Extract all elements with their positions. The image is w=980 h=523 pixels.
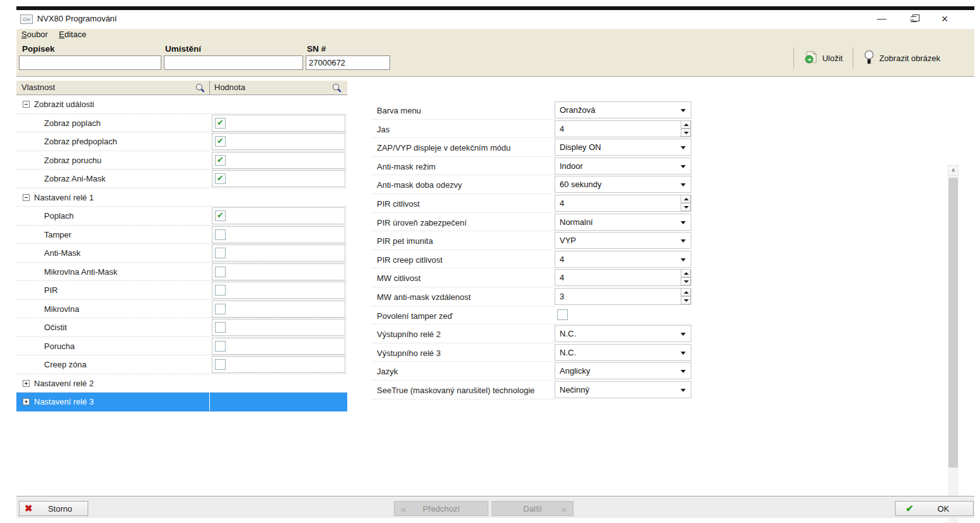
checkbox[interactable] [215, 341, 226, 352]
checkbox[interactable] [215, 136, 226, 147]
maximize-button[interactable] [905, 12, 924, 27]
cancel-button[interactable]: ✖ Storno [19, 501, 88, 516]
spinner-field[interactable]: 3 [555, 288, 691, 305]
tree-row[interactable]: Porucha [16, 337, 347, 356]
column-header-hodnota[interactable]: Hodnota [214, 83, 245, 92]
sn-field[interactable] [306, 55, 390, 70]
spinner-up-icon[interactable] [681, 269, 691, 277]
dropdown-select[interactable]: Indoor [555, 158, 691, 175]
tree-row[interactable]: Zobrazit události [16, 95, 347, 114]
checkbox[interactable] [215, 267, 226, 277]
spinner-up-icon[interactable] [681, 195, 691, 203]
tree-row[interactable]: Anti-Mask [16, 244, 347, 263]
spinner-field[interactable]: 4 [555, 195, 691, 212]
tree-row[interactable]: PIR [16, 281, 347, 300]
tree-row[interactable]: Creep zóna [16, 355, 347, 374]
scroll-up-icon[interactable]: ∧ [948, 165, 959, 176]
spinner-down-icon[interactable] [681, 129, 691, 137]
chevron-down-icon[interactable] [681, 333, 686, 336]
dropdown-select[interactable]: Displey ON [555, 139, 691, 156]
tree-row[interactable]: Zobraz Ani-Mask [16, 170, 347, 188]
collapse-minus-icon[interactable] [23, 194, 30, 201]
dropdown-select[interactable]: 4 [555, 251, 691, 268]
menu-editace[interactable]: Editace [59, 29, 86, 40]
spinner-up-icon[interactable] [681, 120, 691, 129]
tree-row[interactable]: Zobraz poruchu [16, 151, 347, 170]
collapse-minus-icon[interactable] [23, 101, 30, 108]
tree-row[interactable]: Nastavení relé 1 [16, 188, 347, 207]
tree-row[interactable]: Poplach [16, 207, 347, 226]
chevron-down-icon[interactable] [681, 389, 686, 392]
tree-row[interactable]: Nastavení relé 2 [16, 374, 347, 393]
dropdown-select[interactable]: Oranžová [555, 101, 691, 118]
tree-row[interactable]: Mikrovlna Anti-Mask [16, 263, 347, 282]
checkbox[interactable] [215, 322, 226, 333]
chevron-down-icon[interactable] [681, 352, 686, 355]
checkbox[interactable] [215, 173, 226, 184]
settings-label: MW anti-mask vzdálenost [377, 292, 555, 302]
umisteni-field[interactable] [164, 55, 303, 70]
spinner-up-icon[interactable] [681, 288, 691, 296]
spinner-down-icon[interactable] [681, 277, 691, 285]
checkbox[interactable] [215, 304, 226, 314]
control-value: Normalní [560, 217, 593, 227]
spinner-down-icon[interactable] [681, 203, 691, 211]
search-icon[interactable] [195, 83, 205, 95]
ok-button[interactable]: ✔ OK [895, 501, 974, 516]
dropdown-select[interactable]: Normalní [555, 214, 691, 231]
scrollbar-thumb[interactable] [948, 178, 958, 468]
expand-plus-icon[interactable] [23, 380, 30, 387]
checkbox[interactable] [557, 309, 568, 320]
dropdown-select[interactable]: VYP [555, 232, 691, 249]
up-triangle [684, 272, 689, 275]
next-button[interactable]: » Další » [492, 501, 574, 516]
chevron-down-icon[interactable] [681, 109, 686, 112]
close-button[interactable]: × [935, 12, 954, 27]
checkbox[interactable] [215, 285, 226, 296]
checkbox[interactable] [215, 118, 226, 129]
show-image-button[interactable]: Zobrazit obrázek [860, 47, 944, 69]
up-triangle [684, 124, 689, 126]
previous-button[interactable]: « Předchozí « [394, 501, 488, 516]
column-header-vlastnost[interactable]: Vlastnost [21, 83, 55, 92]
spinner-field[interactable]: 4 [555, 269, 691, 286]
chevron-down-icon[interactable] [681, 183, 686, 187]
checkbox[interactable] [215, 229, 226, 240]
dropdown-select[interactable]: 60 sekundy [555, 176, 691, 193]
settings-label: Výstupního relé 3 [377, 348, 555, 358]
chevron-down-icon[interactable] [681, 239, 686, 243]
dropdown-select[interactable]: N.C. [555, 344, 691, 361]
checkbox[interactable] [215, 155, 226, 166]
spinner-buttons [681, 195, 691, 212]
dropdown-select[interactable]: Nečinný [555, 381, 691, 398]
settings-label: Anti-mask doba odezvy [377, 180, 555, 190]
vertical-scrollbar[interactable]: ∧ ∨ [948, 165, 959, 523]
expand-plus-icon[interactable] [23, 398, 30, 405]
control-value: 4 [560, 124, 564, 134]
tree-row[interactable]: Očistit [16, 318, 347, 337]
tree-row[interactable]: Nastavení relé 3 [16, 393, 347, 411]
tree-row[interactable]: Mikrovlna [16, 300, 347, 319]
checkbox[interactable] [215, 248, 226, 258]
menu-soubor[interactable]: Soubor [21, 29, 48, 40]
checkbox[interactable] [215, 359, 226, 370]
settings-row: PIR pet imunitaVYP [372, 231, 691, 250]
chevron-down-icon[interactable] [681, 258, 686, 262]
popisek-field[interactable] [19, 55, 161, 70]
dropdown-select[interactable]: Anglicky [555, 362, 691, 379]
tree-row[interactable]: Tamper [16, 226, 347, 244]
save-button[interactable]: Uložit [800, 49, 847, 68]
chevron-down-icon[interactable] [681, 221, 686, 224]
dropdown-select[interactable]: N.C. [555, 325, 691, 342]
chevron-down-icon[interactable] [681, 146, 686, 149]
search-icon[interactable] [331, 83, 342, 95]
checkbox[interactable] [215, 210, 226, 221]
chevron-down-icon[interactable] [681, 165, 686, 168]
minimize-button[interactable]: — [872, 12, 891, 27]
tree-row[interactable]: Zobraz poplach [16, 114, 347, 133]
spinner-field[interactable]: 4 [555, 120, 691, 137]
form-bar: Popisek Umístění SN # Uložit [16, 40, 974, 77]
tree-row[interactable]: Zobraz předpoplach [16, 132, 347, 151]
spinner-down-icon[interactable] [681, 296, 691, 304]
chevron-down-icon[interactable] [681, 370, 686, 373]
